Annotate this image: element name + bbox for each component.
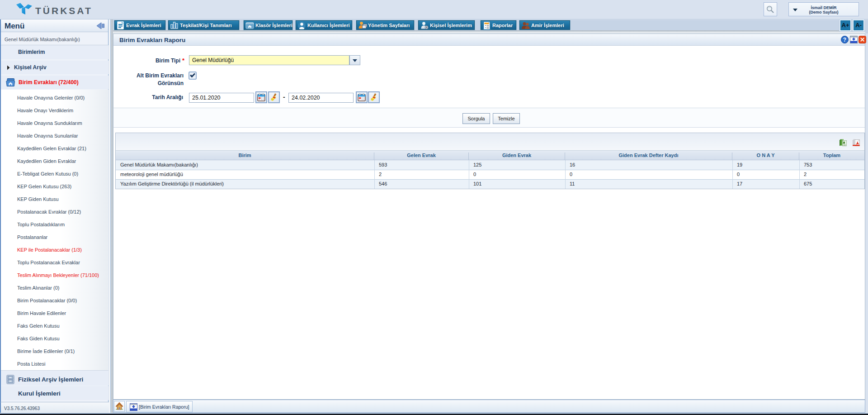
svg-text:?: ? bbox=[843, 37, 846, 43]
svg-text:TÜRKSAT: TÜRKSAT bbox=[35, 5, 93, 16]
